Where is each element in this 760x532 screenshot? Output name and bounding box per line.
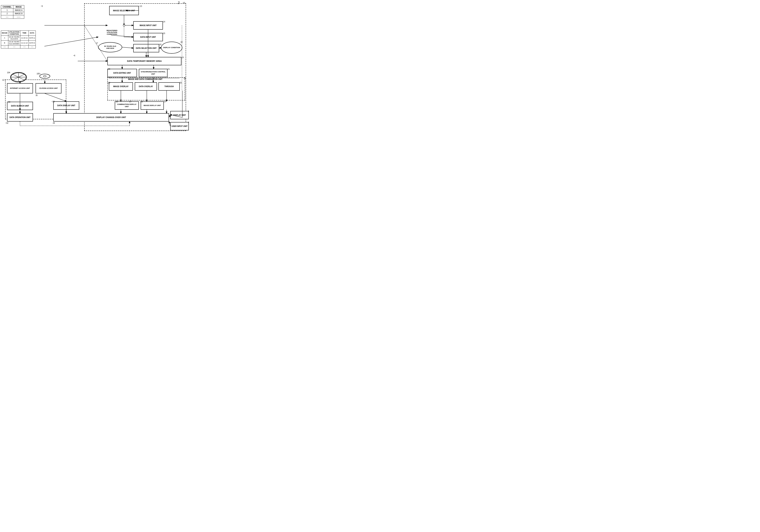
channel-2: 2 [1,12,13,15]
dt-image-header: IMAGE [1,31,8,36]
label-26: ~26 [140,101,143,103]
label-15: ~15 [162,32,165,34]
cd-rom-access-unit: CD-ROM ACCESS UNIT [35,83,62,93]
image-overlay: IMAGE OVERLAY [109,82,133,91]
data-display-unit: DATA DISPLAY UNIT [53,101,79,110]
label-5: ~5 [41,5,43,7]
dt-25-30-women: 25-30 YEARSOLD,WOMEN [8,40,21,46]
label-17: 17 [96,42,98,44]
label-104: 104 [7,71,10,74]
label-22: ~22 [108,77,111,79]
channel-dash: ---- [1,15,13,19]
label-13: ~13 [139,5,142,7]
dt-time-b: 11:11-12 [21,40,29,46]
label-24: ~24 [163,101,166,103]
data-operation-unit: DATA OPERATION UNIT [7,113,33,121]
image-a: IMAGE A [13,9,24,12]
display-changeover-unit: DISPLAY CHANGE-OVER UNIT [53,113,169,121]
thirty-years-ellipse: 30 YEARS OLDAND MAN [98,42,122,52]
dt-dash4: ---- [28,45,36,48]
data-selection-unit: DATA SELECTION UNIT [133,44,159,52]
label-25: ~25 [179,82,182,84]
dt-b: B [1,40,8,46]
label-33-dd: ~33 [51,101,55,103]
display-condition: DISPLAY CONDITION [161,42,182,54]
label-29: 29 [53,122,55,124]
label-28: ~28 [115,101,118,103]
label-27: ~27 [128,101,131,103]
channel-1: 1 [1,9,13,12]
dt-time-header: TIME [21,31,29,36]
image-header: IMAGE [13,5,24,9]
diagram: CHANNEL IMAGE 1 IMAGE A 2 IMAGE B ---- -… [0,0,190,133]
label-6: ~6 [73,55,75,57]
label-12: 12~ [2,79,5,81]
dt-dash2: ---- [8,45,21,48]
svg-point-6 [43,75,46,77]
user-input-unit: USER INPUT UNIT [170,122,189,130]
dt-data-a: DATA a [28,35,36,40]
display-unit: DISPLAY UNIT [170,111,189,119]
dt-data-header: DATA [28,31,36,36]
label-105: 105~ [37,73,41,75]
network-ellipse-104 [10,72,27,82]
dt-dash3: ---- [21,45,29,48]
channel-header: CHANNEL [1,5,13,9]
image-input-unit: IMAGE INPUT UNIT [133,21,163,29]
label-18: 18 [180,41,182,43]
disk-105 [39,73,50,79]
image-data-combo-label: IMAGE AND DATA COMBINATION UNIT [111,78,179,80]
internet-access-unit: INTERNET ACCESS UNIT [7,83,33,93]
data-input-unit: DATA INPUT UNIT [133,33,163,41]
label-19: ~19 [180,57,184,59]
label-4: ~4 [187,121,189,123]
dt-dash1: ---- [1,45,8,48]
sync-control-unit: SYNCHRONIZATION CONTROL UNIT [139,69,167,77]
dt-25-30-man: 25-30 YEARSOLD,MAN [8,35,21,40]
label-32: ~32 [5,122,8,124]
data-table: IMAGE UTILIZATIONCONDITION TIME DATA A 2… [1,30,36,48]
data-editing-unit: DATA EDITING UNIT [107,69,137,77]
image-display-unit: IMAGE DISPLAY UNIT [141,101,164,110]
label-11: -11 [183,77,186,79]
label-35: 35 [35,94,38,96]
label-34: ~34 [7,101,10,103]
registered-util-label: REGISTEREDUTILIZATIONCONDITIONS [100,29,124,35]
channel-table: CHANNEL IMAGE 1 IMAGE A 2 IMAGE B ---- -… [1,5,24,19]
combination-display-unit: COMBINATION DISPLAY UNIT [115,101,139,110]
image-selection-unit: IMAGE SELECTION UNIT [109,6,139,15]
image-b: IMAGE B [13,12,24,15]
label-14: ~14 [162,21,165,23]
data-temp-memory: DATA TEMPORARY MEMORY AREA [107,57,181,65]
label-3: ~3 [187,110,189,112]
data-overlay: DATA OVERLAY [135,82,157,91]
through-box: THROUGH [159,82,180,91]
label-23: ~23 [107,82,110,84]
dt-util-header: UTILIZATIONCONDITION [8,31,21,36]
figure-number: 2 [178,1,179,5]
data-search-unit: DATA SEARCH UNIT [7,102,33,110]
dt-a: A [1,35,8,40]
label-16: ~16 [158,43,162,46]
label-21: ~21 [166,68,170,70]
dt-time-a: 11:10-11 [21,35,29,40]
label-10: -10 [182,2,185,4]
label-20: ~20 [107,68,110,70]
image-dash: ------ [13,15,24,19]
dt-data-b: DATA b [28,40,36,46]
